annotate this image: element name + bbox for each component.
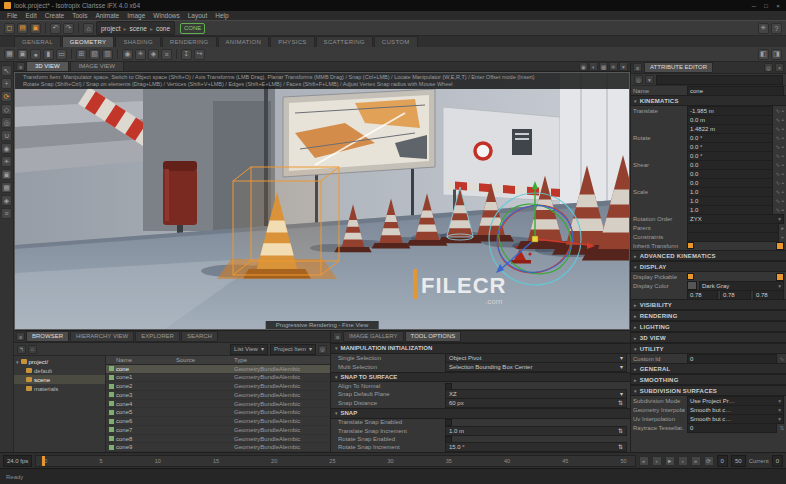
table-row[interactable]: cone4GeometryBundleAlembic <box>106 400 330 409</box>
tab-tool-options[interactable]: TOOL OPTIONS <box>405 331 462 342</box>
curve-icon[interactable]: ∿ <box>775 117 780 123</box>
snap-tool-icon[interactable]: ∪ <box>1 130 12 141</box>
breadcrumb-scene[interactable]: scene <box>130 25 147 32</box>
table-row[interactable]: cone5GeometryBundleAlembic <box>106 408 330 417</box>
layout-icon[interactable]: ◧ <box>758 49 769 60</box>
curve-icon[interactable]: ∿ <box>775 189 780 195</box>
keyframe-icon[interactable]: ▪ <box>782 135 784 141</box>
section-advanced-kinematics[interactable]: ▸ADVANCED KINEMATICS <box>631 250 786 261</box>
start-frame-field[interactable]: 0 <box>717 455 728 467</box>
table-row[interactable]: cone8GeometryBundleAlembic <box>106 435 330 444</box>
import-icon[interactable]: ↧ <box>181 49 192 60</box>
expand-icon[interactable]: ▾ <box>16 359 19 365</box>
keyframe-icon[interactable]: ▪ <box>782 117 784 123</box>
curve-icon[interactable]: ∿ <box>775 180 780 186</box>
plane-icon[interactable]: ▭ <box>56 49 67 60</box>
home-icon[interactable]: ⌂ <box>83 23 94 34</box>
keyframe-icon[interactable]: ▪ <box>782 126 784 132</box>
keyframe-icon[interactable]: ▪ <box>782 198 784 204</box>
curve-icon[interactable]: ∿ <box>775 135 780 141</box>
tab-browser[interactable]: BROWSER <box>26 331 69 342</box>
section-snap[interactable]: ▾SNAP <box>331 408 630 419</box>
keyframe-indicator[interactable] <box>776 242 784 250</box>
step-back-button[interactable]: ‹ <box>652 456 662 466</box>
section-manipulation-initialization[interactable]: ▾MANIPULATION INITIALIZATION <box>331 343 630 354</box>
tab-search[interactable]: SEARCH <box>181 331 218 342</box>
light-icon[interactable]: ☀ <box>135 49 146 60</box>
keyframe-icon[interactable]: ▪ <box>782 180 784 186</box>
section-kinematics[interactable]: ▾KINEMATICS <box>631 95 786 106</box>
up-level-icon[interactable]: ↰ <box>17 345 26 354</box>
menu-help[interactable]: Help <box>211 12 232 19</box>
attribute-filter-input[interactable] <box>656 75 783 85</box>
pivot-tool-icon[interactable]: ◎ <box>1 117 12 128</box>
rotate-snap-increment-field[interactable]: 15.0 °⇅ <box>445 442 627 452</box>
menu-create[interactable]: Create <box>41 12 69 19</box>
list-view-select[interactable]: List View▾ <box>230 344 268 355</box>
cube-icon[interactable]: ▣ <box>17 49 28 60</box>
breadcrumb-project[interactable]: project <box>101 25 121 32</box>
inherit-transform-checkbox[interactable] <box>687 242 694 249</box>
section-rendering[interactable]: ▸RENDERING <box>631 310 786 321</box>
curve-icon[interactable]: ∿ <box>779 356 784 362</box>
custom-id-field[interactable]: 0 <box>687 354 777 364</box>
menu-animate[interactable]: Animate <box>91 12 123 19</box>
curve-icon[interactable]: ∿ <box>775 126 780 132</box>
combiner-icon[interactable]: ⊞ <box>76 49 87 60</box>
section-general[interactable]: ▸GENERAL <box>631 363 786 374</box>
home-icon[interactable]: ⌂ <box>28 345 37 354</box>
menu-image[interactable]: Image <box>123 12 149 19</box>
tab-image-gallery[interactable]: IMAGE GALLERY <box>343 331 404 342</box>
section-visibility[interactable]: ▸VISIBILITY <box>631 299 786 310</box>
breadcrumb-cone[interactable]: cone <box>156 25 170 32</box>
table-row[interactable]: cone3GeometryBundleAlembic <box>106 391 330 400</box>
translate-snap-increment-field[interactable]: 1.0 m⇅ <box>445 426 627 436</box>
stepper-icon[interactable]: ⇅ <box>618 399 623 407</box>
keyframe-indicator[interactable] <box>776 273 784 281</box>
redo-icon[interactable]: ↷ <box>63 23 74 34</box>
search-icon[interactable]: ◎ <box>318 345 327 354</box>
name-field[interactable]: cone <box>687 86 784 96</box>
keyframe-icon[interactable]: ▪ <box>782 171 784 177</box>
viewport-menu-icon[interactable]: ≡ <box>16 62 25 71</box>
panel-menu-icon[interactable]: ≡ <box>333 332 342 341</box>
menu-edit[interactable]: Edit <box>21 12 40 19</box>
tree-item-project[interactable]: ▾ project/ <box>14 357 105 366</box>
open-project-icon[interactable]: ▤ <box>17 23 28 34</box>
keyframe-icon[interactable]: ▪ <box>782 189 784 195</box>
keyframe-icon[interactable]: ▪ <box>782 207 784 213</box>
shelf-tab-rendering[interactable]: RENDERING <box>162 36 217 47</box>
layers-tool-icon[interactable]: ≡ <box>1 208 12 219</box>
color-r-field[interactable]: 0.78 <box>687 290 718 300</box>
tab-explorer[interactable]: EXPLORER <box>135 331 180 342</box>
timeline-ruler[interactable]: 05101520253035404550 <box>35 455 635 467</box>
polymesh-icon[interactable]: ▦ <box>4 49 15 60</box>
add-constraint-icon[interactable]: + <box>781 234 784 240</box>
curve-icon[interactable]: ∿ <box>775 153 780 159</box>
viewport-grid-icon[interactable]: ▦ <box>599 62 608 71</box>
curve-icon[interactable]: ∿ <box>775 171 780 177</box>
table-row[interactable]: cone9GeometryBundleAlembic <box>106 443 330 452</box>
shelf-tab-custom[interactable]: CUSTOM <box>374 36 418 47</box>
section-smoothing[interactable]: ▸SMOOTHING <box>631 374 786 385</box>
maximize-button[interactable]: □ <box>762 2 770 10</box>
panel-menu-icon[interactable]: ≡ <box>16 332 25 341</box>
curve-icon[interactable]: ∿ <box>775 207 780 213</box>
display-pickable-checkbox[interactable] <box>687 273 694 280</box>
list-header[interactable]: Name Source Type <box>106 356 330 365</box>
section-lighting[interactable]: ▸LIGHTING <box>631 321 786 332</box>
section-3d-view[interactable]: ▸3D VIEW <box>631 332 786 343</box>
section-display[interactable]: ▾DISPLAY <box>631 261 786 272</box>
light-tool-icon[interactable]: ☀ <box>1 156 12 167</box>
menu-tools[interactable]: Tools <box>68 12 91 19</box>
tree-item-scene[interactable]: scene <box>14 375 105 384</box>
scale-tool-icon[interactable]: ◇ <box>1 104 12 115</box>
save-project-icon[interactable]: ▣ <box>30 23 41 34</box>
grid-tool-icon[interactable]: ▦ <box>1 182 12 193</box>
current-frame-field[interactable]: 0 <box>772 455 783 467</box>
viewport-camera-icon[interactable]: ◉ <box>579 62 588 71</box>
shelf-tab-geometry[interactable]: GEOMETRY <box>62 36 115 47</box>
fps-field[interactable]: 24.0 fps <box>3 455 32 467</box>
table-row[interactable]: cone2GeometryBundleAlembic <box>106 382 330 391</box>
color-b-field[interactable]: 0.78 <box>753 290 784 300</box>
